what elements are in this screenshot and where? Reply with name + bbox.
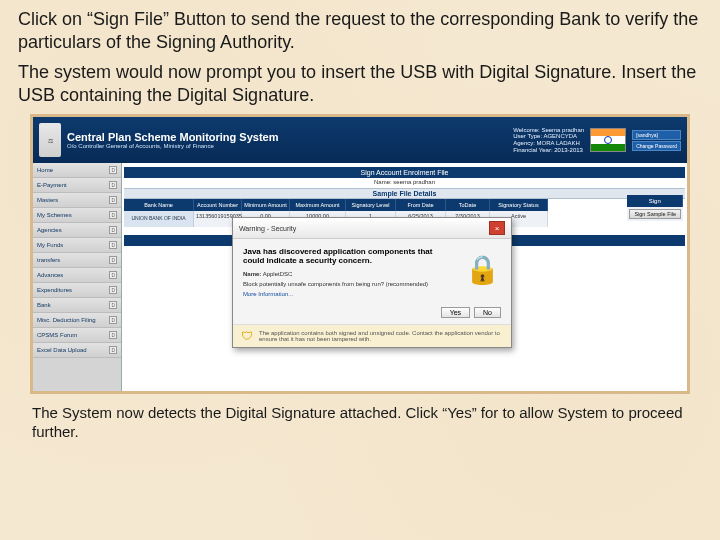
- nav-myfunds[interactable]: My FundsD: [33, 238, 121, 253]
- col-max: Maximum Amount: [290, 199, 346, 211]
- dialog-close-button[interactable]: ×: [489, 221, 505, 235]
- col-to: ToDate: [446, 199, 490, 211]
- main-panel: Sign Account Enrolment File Name: seema …: [122, 163, 687, 391]
- nav-agencies[interactable]: AgenciesD: [33, 223, 121, 238]
- chevron-down-icon: D: [109, 271, 117, 279]
- welcome-block: Welcome: Seema pradhan User Type: AGENCY…: [513, 127, 584, 153]
- col-min: Minimum Amount: [242, 199, 290, 211]
- col-sign: Sign: [627, 195, 683, 207]
- india-flag-icon: [590, 128, 626, 152]
- col-account: Account Number: [194, 199, 242, 211]
- chevron-down-icon: D: [109, 346, 117, 354]
- chevron-down-icon: D: [109, 316, 117, 324]
- security-warning-dialog: Warning - Security × Java has discovered…: [232, 217, 512, 348]
- chevron-down-icon: D: [109, 211, 117, 219]
- chevron-down-icon: D: [109, 196, 117, 204]
- dialog-app-name: Name: AppletDSC: [243, 271, 453, 277]
- app-title: Central Plan Scheme Monitoring System: [67, 131, 279, 143]
- nav-misc-deduction[interactable]: Misc. Deduction FilingD: [33, 313, 121, 328]
- chevron-down-icon: D: [109, 166, 117, 174]
- lock-icon: 🔒: [463, 247, 501, 291]
- instruction-2: The system would now prompt you to inser…: [18, 61, 702, 106]
- chevron-down-icon: D: [109, 301, 117, 309]
- nav-epayment[interactable]: E-PaymentD: [33, 178, 121, 193]
- dialog-footer-text: The application contains both signed and…: [259, 330, 503, 342]
- chevron-down-icon: D: [109, 241, 117, 249]
- caption-text: The System now detects the Digital Signa…: [18, 404, 702, 442]
- section-title-sign-file: Sign Account Enrolment File: [124, 167, 685, 178]
- sidebar: HomeD E-PaymentD MastersD My SchemesD Ag…: [33, 163, 122, 391]
- nav-excel-upload[interactable]: Excel Data UploadD: [33, 343, 121, 358]
- app-subtitle: O/o Controller General of Accounts, Mini…: [67, 143, 279, 150]
- dialog-no-button[interactable]: No: [474, 307, 501, 318]
- chevron-down-icon: D: [109, 226, 117, 234]
- col-status: Signatory Status: [490, 199, 548, 211]
- sign-sample-file-button[interactable]: Sign Sample File: [629, 209, 681, 219]
- instruction-1: Click on “Sign File” Button to send the …: [18, 8, 702, 53]
- chevron-down-icon: D: [109, 181, 117, 189]
- dialog-title: Warning - Security: [239, 225, 296, 232]
- chevron-down-icon: D: [109, 331, 117, 339]
- app-screenshot: ⚖ Central Plan Scheme Monitoring System …: [30, 114, 690, 394]
- shield-icon: 🛡: [241, 330, 253, 342]
- nav-myschemes[interactable]: My SchemesD: [33, 208, 121, 223]
- col-bank: Bank Name: [124, 199, 194, 211]
- nav-cpsms-forum[interactable]: CPSMS ForumD: [33, 328, 121, 343]
- dialog-yes-button[interactable]: Yes: [441, 307, 470, 318]
- dialog-more-info-link[interactable]: More Information...: [243, 291, 453, 297]
- sample-file-details-header: Sample File Details: [124, 188, 685, 199]
- nav-masters[interactable]: MastersD: [33, 193, 121, 208]
- nav-expenditures[interactable]: ExpendituresD: [33, 283, 121, 298]
- name-row: Name: seema pradhan: [124, 178, 685, 186]
- col-siglevel: Signatory Level: [346, 199, 396, 211]
- chevron-down-icon: D: [109, 256, 117, 264]
- nav-transfers[interactable]: transfersD: [33, 253, 121, 268]
- app-header: ⚖ Central Plan Scheme Monitoring System …: [33, 117, 687, 163]
- chevron-down-icon: D: [109, 286, 117, 294]
- nav-advances[interactable]: AdvancesD: [33, 268, 121, 283]
- header-link-username[interactable]: [sandhya]: [632, 130, 681, 140]
- dialog-warn: Block potentially unsafe components from…: [243, 281, 453, 287]
- nav-bank[interactable]: BankD: [33, 298, 121, 313]
- nav-home[interactable]: HomeD: [33, 163, 121, 178]
- col-from: From Date: [396, 199, 446, 211]
- cell-bank: UNION BANK OF INDIA: [124, 211, 194, 227]
- dialog-message: Java has discovered application componen…: [243, 247, 453, 265]
- header-link-change-password[interactable]: Change Password: [632, 141, 681, 151]
- emblem-icon: ⚖: [39, 123, 61, 157]
